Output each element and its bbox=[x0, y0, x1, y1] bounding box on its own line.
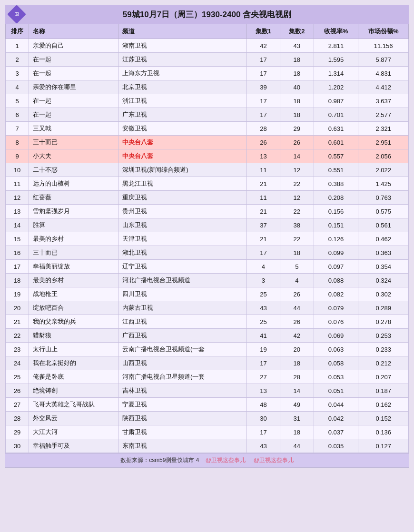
cell-ep2: 18 bbox=[280, 108, 314, 122]
table-row: 5在一起浙江卫视17180.9873.637 bbox=[6, 94, 409, 108]
cell-rank: 13 bbox=[6, 205, 29, 218]
cell-share: 11.156 bbox=[358, 39, 409, 53]
cell-rate: 2.811 bbox=[314, 39, 358, 53]
col-name: 名称 bbox=[29, 24, 118, 39]
cell-ep1: 30 bbox=[246, 412, 280, 425]
cell-share: 0.152 bbox=[358, 412, 409, 425]
table-row: 14胜算山东卫视37380.1510.561 bbox=[6, 218, 409, 232]
cell-name: 小大夫 bbox=[29, 149, 118, 163]
cell-ep1: 43 bbox=[246, 301, 280, 315]
cell-ep2: 28 bbox=[280, 370, 314, 384]
table-row: 28外交风云陕西卫视30310.0420.152 bbox=[6, 412, 409, 425]
cell-name: 幸福美丽绽放 bbox=[29, 260, 118, 274]
logo-text: 卫 bbox=[15, 11, 19, 17]
page-title: 59城10月7日（周三）1930-2400 含央视电视剧 bbox=[123, 9, 291, 20]
cell-ep2: 18 bbox=[280, 356, 314, 370]
cell-ep1: 13 bbox=[246, 149, 280, 163]
cell-rank: 29 bbox=[6, 425, 29, 439]
cell-share: 0.289 bbox=[358, 301, 409, 315]
cell-channel: 重庆卫视 bbox=[118, 191, 246, 205]
cell-ep2: 18 bbox=[280, 246, 314, 260]
cell-ep2: 40 bbox=[280, 80, 314, 94]
logo: 卫 bbox=[10, 8, 24, 22]
table-row: 25俺爹是卧底河南广播电视台卫星频道(一套27280.0530.207 bbox=[6, 370, 409, 384]
cell-share: 0.354 bbox=[358, 260, 409, 274]
cell-ep1: 21 bbox=[246, 177, 280, 191]
cell-channel: 陕西卫视 bbox=[118, 412, 246, 425]
cell-ep2: 44 bbox=[280, 301, 314, 315]
cell-rank: 23 bbox=[6, 343, 29, 356]
cell-ep2: 12 bbox=[280, 163, 314, 177]
cell-name: 在一起 bbox=[29, 53, 118, 67]
cell-share: 3.637 bbox=[358, 94, 409, 108]
cell-channel: 山西卫视 bbox=[118, 356, 246, 370]
table-row: 26绝境铸剑吉林卫视13140.0510.187 bbox=[6, 384, 409, 398]
cell-name: 二十不惑 bbox=[29, 163, 118, 177]
cell-rate: 0.076 bbox=[314, 315, 358, 329]
cell-share: 0.363 bbox=[358, 246, 409, 260]
cell-channel: 辽宁卫视 bbox=[118, 260, 246, 274]
footer: 数据来源：csm59测量仪城市 4 @卫视这些事儿 @卫视这些事儿 bbox=[5, 453, 409, 467]
table-row: 11远方的山楂树黑龙江卫视21220.3881.425 bbox=[6, 177, 409, 191]
cell-channel: 甘肃卫视 bbox=[118, 425, 246, 439]
cell-name: 亲爱的你在哪里 bbox=[29, 80, 118, 94]
cell-name: 绝境铸剑 bbox=[29, 384, 118, 398]
cell-channel: 湖南卫视 bbox=[118, 39, 246, 53]
cell-ep2: 22 bbox=[280, 232, 314, 246]
cell-channel: 广西卫视 bbox=[118, 329, 246, 343]
cell-channel: 上海东方卫视 bbox=[118, 67, 246, 80]
cell-share: 0.233 bbox=[358, 343, 409, 356]
cell-share: 0.253 bbox=[358, 329, 409, 343]
cell-ep1: 17 bbox=[246, 425, 280, 439]
cell-rate: 0.069 bbox=[314, 329, 358, 343]
cell-share: 0.561 bbox=[358, 218, 409, 232]
cell-rank: 8 bbox=[6, 136, 29, 149]
cell-rate: 0.099 bbox=[314, 246, 358, 260]
cell-ep2: 18 bbox=[280, 53, 314, 67]
cell-name: 外交风云 bbox=[29, 412, 118, 425]
cell-channel: 黑龙江卫视 bbox=[118, 177, 246, 191]
col-ep2: 集数2 bbox=[280, 24, 314, 39]
cell-channel: 湖北卫视 bbox=[118, 246, 246, 260]
cell-rate: 0.079 bbox=[314, 301, 358, 315]
cell-channel: 北京卫视 bbox=[118, 80, 246, 94]
cell-rank: 19 bbox=[6, 287, 29, 301]
cell-share: 0.302 bbox=[358, 287, 409, 301]
cell-ep1: 3 bbox=[246, 274, 280, 287]
cell-ep2: 18 bbox=[280, 425, 314, 439]
cell-ep1: 43 bbox=[246, 439, 280, 453]
cell-ep2: 14 bbox=[280, 384, 314, 398]
cell-ep2: 22 bbox=[280, 177, 314, 191]
cell-name: 远方的山楂树 bbox=[29, 177, 118, 191]
cell-rank: 5 bbox=[6, 94, 29, 108]
cell-ep2: 14 bbox=[280, 149, 314, 163]
cell-ep2: 31 bbox=[280, 412, 314, 425]
cell-channel: 广东卫视 bbox=[118, 108, 246, 122]
cell-name: 最美的乡村 bbox=[29, 274, 118, 287]
cell-name: 三十而已 bbox=[29, 246, 118, 260]
cell-name: 太行山上 bbox=[29, 343, 118, 356]
table-row: 22猎豺狼广西卫视41420.0690.253 bbox=[6, 329, 409, 343]
col-ep1: 集数1 bbox=[246, 24, 280, 39]
cell-share: 0.212 bbox=[358, 356, 409, 370]
footer-weibo2: @卫视这些事儿 bbox=[254, 457, 294, 463]
cell-share: 0.462 bbox=[358, 232, 409, 246]
cell-name: 在一起 bbox=[29, 94, 118, 108]
cell-rate: 0.987 bbox=[314, 94, 358, 108]
cell-name: 雪豹坚强岁月 bbox=[29, 205, 118, 218]
cell-channel: 东南卫视 bbox=[118, 439, 246, 453]
cell-rate: 0.063 bbox=[314, 343, 358, 356]
table-row: 1亲爱的自己湖南卫视42432.81111.156 bbox=[6, 39, 409, 53]
cell-channel: 浙江卫视 bbox=[118, 94, 246, 108]
diamond-logo: 卫 bbox=[7, 5, 26, 24]
table-row: 20绽放吧百合内蒙古卫视43440.0790.289 bbox=[6, 301, 409, 315]
table-row: 10二十不惑深圳卫视(新闻综合频道)11120.5512.022 bbox=[6, 163, 409, 177]
cell-channel: 宁夏卫视 bbox=[118, 398, 246, 412]
table-row: 3在一起上海东方卫视17181.3144.831 bbox=[6, 67, 409, 80]
cell-ep2: 42 bbox=[280, 329, 314, 343]
cell-rank: 30 bbox=[6, 439, 29, 453]
cell-share: 0.187 bbox=[358, 384, 409, 398]
table-row: 15最美的乡村天津卫视21220.1260.462 bbox=[6, 232, 409, 246]
cell-rate: 0.126 bbox=[314, 232, 358, 246]
cell-share: 2.577 bbox=[358, 108, 409, 122]
